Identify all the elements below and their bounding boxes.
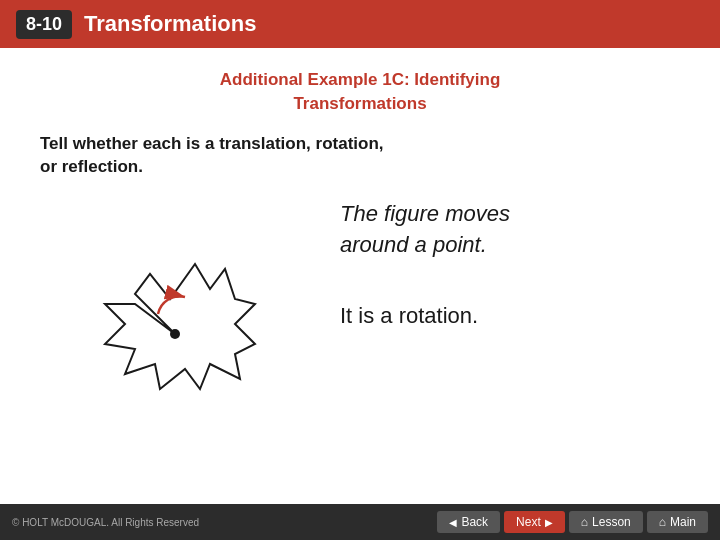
- next-button[interactable]: Next: [504, 511, 565, 533]
- back-button[interactable]: Back: [437, 511, 500, 533]
- section-badge: 8-10: [16, 10, 72, 39]
- nav-buttons: Back Next Lesson Main: [437, 511, 708, 533]
- next-arrow-icon: [545, 515, 553, 529]
- answer-text: It is a rotation.: [340, 301, 680, 332]
- lesson-button[interactable]: Lesson: [569, 511, 643, 533]
- italic-description: The figure movesaround a point.: [340, 199, 680, 261]
- header-bar: 8-10 Transformations: [0, 0, 720, 48]
- text-area: The figure movesaround a point. It is a …: [320, 189, 680, 331]
- rotation-figure: [40, 189, 310, 429]
- back-arrow-icon: [449, 515, 457, 529]
- page-title: Transformations: [84, 11, 256, 37]
- subtitle-text: Additional Example 1C: Identifying Trans…: [40, 68, 680, 116]
- lesson-home-icon: [581, 515, 588, 529]
- instruction-text: Tell whether each is a translation, rota…: [40, 132, 680, 180]
- subtitle-box: Additional Example 1C: Identifying Trans…: [40, 68, 680, 116]
- copyright-text: © HOLT McDOUGAL. All Rights Reserved: [12, 517, 199, 528]
- content-row: The figure movesaround a point. It is a …: [40, 189, 680, 433]
- main-content: Additional Example 1C: Identifying Trans…: [0, 48, 720, 453]
- figure-area: [40, 189, 320, 433]
- main-button[interactable]: Main: [647, 511, 708, 533]
- footer-bar: © HOLT McDOUGAL. All Rights Reserved Bac…: [0, 504, 720, 540]
- main-home-icon: [659, 515, 666, 529]
